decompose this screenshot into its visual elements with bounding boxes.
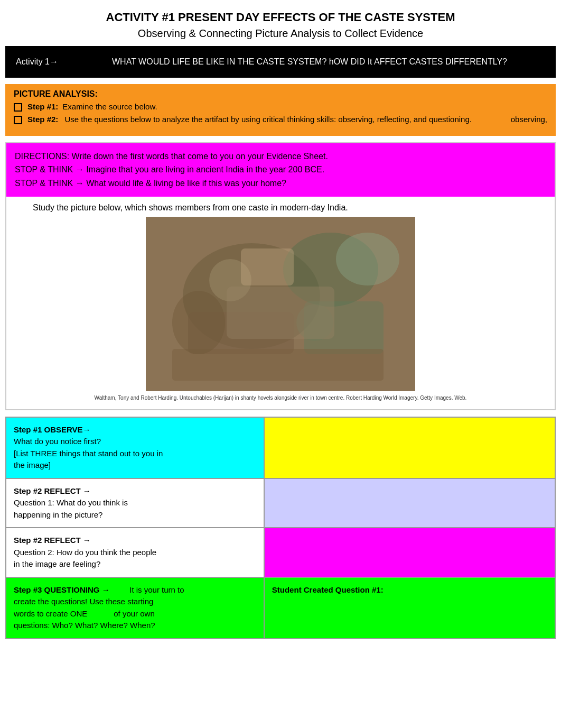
reflect2-left-cell: Step #2 REFLECT → Question 2: How do you…: [6, 528, 264, 577]
image-caption: Waltham, Tony and Robert Harding. Untouc…: [73, 391, 488, 405]
svg-rect-9: [241, 248, 294, 285]
svg-rect-7: [172, 349, 384, 381]
question-right-text: [272, 596, 547, 608]
directions-box: DIRECTIONS: Write down the first words t…: [6, 143, 555, 197]
svg-rect-4: [304, 301, 384, 354]
reflect1-step-label: Step #2 REFLECT →: [14, 485, 256, 497]
reflect1-right-cell[interactable]: [264, 478, 555, 528]
image-container: Waltham, Tony and Robert Harding. Untouc…: [6, 217, 555, 409]
svg-point-6: [296, 304, 333, 341]
pa-observing: observing,: [511, 115, 547, 124]
table-row-observe: Step #1 OBSERVE→ What do you notice firs…: [6, 417, 555, 478]
step2-text: Use the questions below to analyze the a…: [65, 115, 472, 124]
step2-checkbox[interactable]: [14, 116, 22, 124]
caste-image: [146, 217, 415, 391]
svg-point-8: [336, 233, 399, 285]
question-left-cell: Step #3 QUESTIONING → It is your turn to…: [6, 577, 264, 639]
step2-main: Step #2: Use the questions below to anal…: [27, 115, 500, 124]
table-row-reflect2: Step #2 REFLECT → Question 2: How do you…: [6, 528, 555, 577]
svg-point-10: [172, 291, 225, 354]
question-step-label: Step #3 QUESTIONING →: [14, 585, 110, 594]
step1-text: Examine the source below.: [62, 102, 547, 111]
nav-bar: Activity 1→ WHAT WOULD LIFE BE LIKE IN T…: [5, 46, 556, 78]
nav-question-text: WHAT WOULD LIFE BE LIKE IN THE CASTE SYS…: [74, 56, 545, 68]
page-subtitle: Observing & Connecting Picture Analysis …: [11, 26, 550, 41]
observe-right-cell[interactable]: [264, 417, 555, 478]
analysis-table: Step #1 OBSERVE→ What do you notice firs…: [5, 417, 556, 639]
directions-line1: DIRECTIONS: Write down the first words t…: [15, 150, 546, 163]
reflect1-right-text: [272, 485, 547, 497]
reflect2-right-text: [272, 535, 547, 547]
reflect2-step-label: Step #2 REFLECT →: [14, 535, 256, 547]
reflect1-left-text: Question 1: What do you think ishappenin…: [14, 497, 256, 521]
reflect1-left-cell: Step #2 REFLECT → Question 1: What do yo…: [6, 478, 264, 528]
step2-label: Step #2:: [27, 115, 58, 124]
table-row-questioning: Step #3 QUESTIONING → It is your turn to…: [6, 577, 555, 639]
pa-title: PICTURE ANALYSIS:: [14, 89, 547, 99]
study-text: Study the picture below, which shows mem…: [6, 197, 555, 217]
observe-left-text: What do you notice first?[List THREE thi…: [14, 436, 256, 472]
step1-checkbox[interactable]: [14, 103, 22, 112]
question-right-cell[interactable]: Student Created Question #1:: [264, 577, 555, 639]
question-left-text: Step #3 QUESTIONING → It is your turn to…: [14, 584, 256, 632]
question-right-label: Student Created Question #1:: [272, 584, 547, 596]
pa-step1: Step #1: Examine the source below.: [14, 102, 547, 112]
observe-left-cell: Step #1 OBSERVE→ What do you notice firs…: [6, 417, 264, 478]
step1-label: Step #1:: [27, 102, 58, 111]
reflect2-left-text: Question 2: How do you think the peoplei…: [14, 547, 256, 570]
directions-line3: STOP & THINK → What would life & living …: [15, 177, 546, 190]
observe-right-text: [272, 424, 547, 436]
nav-activity-label: Activity 1→: [16, 57, 58, 67]
step2-row: Step #2: Use the questions below to anal…: [27, 115, 547, 124]
picture-analysis-section: PICTURE ANALYSIS: Step #1: Examine the s…: [5, 84, 556, 136]
main-content-box: DIRECTIONS: Write down the first words t…: [5, 142, 556, 410]
observe-step-label: Step #1 OBSERVE→: [14, 424, 256, 436]
pa-step2: Step #2: Use the questions below to anal…: [14, 115, 547, 124]
page-header: ACTIVITY #1 PRESENT DAY EFFECTS OF THE C…: [0, 0, 561, 46]
directions-line2: STOP & THINK → Imagine that you are livi…: [15, 163, 546, 177]
page-title: ACTIVITY #1 PRESENT DAY EFFECTS OF THE C…: [11, 10, 550, 26]
reflect2-right-cell[interactable]: [264, 528, 555, 577]
table-row-reflect1: Step #2 REFLECT → Question 1: What do yo…: [6, 478, 555, 528]
